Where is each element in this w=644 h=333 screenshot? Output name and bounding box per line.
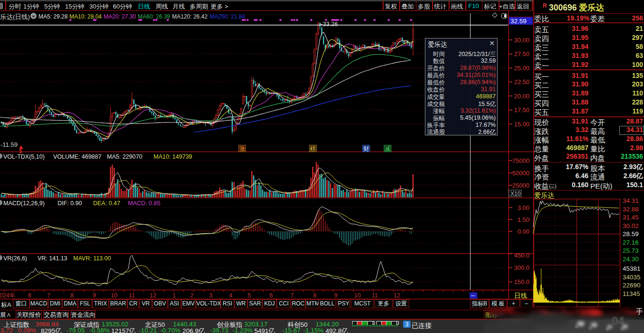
svg-text:34.31: 34.31 xyxy=(623,197,639,204)
svg-text:32.88: 32.88 xyxy=(623,206,639,213)
svg-text:27.16: 27.16 xyxy=(623,239,639,246)
svg-text:11345: 11345 xyxy=(623,290,640,297)
svg-text:25.73: 25.73 xyxy=(623,247,639,254)
svg-text:45381: 45381 xyxy=(623,265,641,272)
svg-text:34035: 34035 xyxy=(623,274,641,281)
svg-text:31.45: 31.45 xyxy=(623,214,639,221)
svg-text:28.59: 28.59 xyxy=(623,230,639,238)
svg-text:30.02: 30.02 xyxy=(623,222,639,229)
svg-text:24.30: 24.30 xyxy=(623,256,639,263)
svg-text:22690: 22690 xyxy=(623,282,641,289)
